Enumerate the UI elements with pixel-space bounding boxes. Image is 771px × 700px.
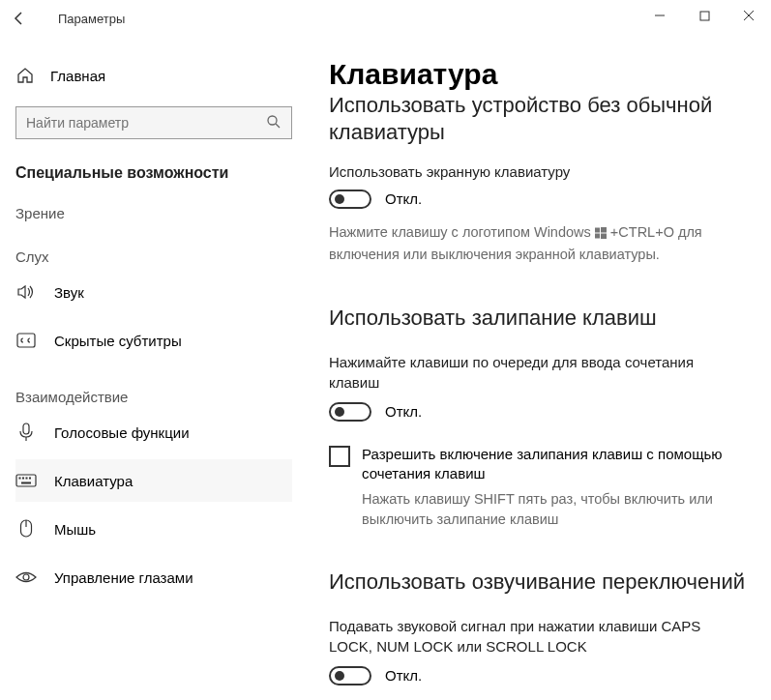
section-title-toggle-keys: Использовать озвучивание переключений	[329, 569, 752, 595]
sticky-shortcut-checkbox[interactable]	[329, 446, 350, 467]
eye-icon	[15, 570, 37, 584]
toggle-keys-toggle[interactable]	[329, 666, 371, 685]
sticky-shortcut-hint: Нажать клавишу SHIFT пять раз, чтобы вкл…	[362, 489, 752, 529]
section-title-osk-cut-bottom: клавиатуры	[329, 120, 752, 145]
nav-item-keyboard[interactable]: Клавиатура	[15, 459, 292, 502]
mouse-icon	[15, 519, 37, 539]
svg-rect-12	[21, 482, 31, 484]
osk-toggle-label: Использовать экранную клавиатуру	[329, 163, 752, 180]
maximize-icon	[699, 11, 710, 21]
nav-group-vision: Зрение	[15, 205, 292, 221]
titlebar: Параметры	[0, 0, 771, 37]
back-button[interactable]	[0, 0, 39, 37]
close-icon	[743, 10, 755, 21]
svg-rect-19	[601, 233, 607, 239]
toggle-keys-desc: Подавать звуковой сигнал при нажатии кла…	[329, 616, 735, 656]
nav-item-sound[interactable]: Звук	[15, 271, 292, 313]
maximize-button[interactable]	[682, 0, 727, 31]
nav-item-label: Управление глазами	[54, 569, 193, 586]
nav-item-label: Скрытые субтитры	[54, 333, 182, 349]
svg-rect-18	[595, 233, 600, 238]
svg-rect-11	[29, 478, 31, 480]
nav-item-eye-control[interactable]: Управление глазами	[15, 556, 292, 598]
nav-item-speech[interactable]: Голосовые функции	[15, 411, 292, 453]
sticky-toggle-state: Откл.	[385, 403, 422, 420]
minimize-icon	[654, 10, 666, 21]
osk-toggle-state: Откл.	[385, 190, 422, 207]
svg-rect-9	[22, 478, 24, 480]
minimize-button[interactable]	[638, 0, 682, 31]
svg-rect-4	[17, 334, 35, 347]
toggle-keys-state: Откл.	[385, 667, 422, 684]
nav-item-mouse[interactable]: Мышь	[15, 508, 292, 550]
sticky-toggle[interactable]	[329, 402, 371, 422]
nav-group-hearing: Слух	[15, 248, 292, 265]
svg-rect-10	[26, 478, 28, 480]
search-box[interactable]	[15, 106, 292, 139]
svg-rect-1	[700, 12, 709, 20]
nav-item-label: Мышь	[54, 521, 96, 538]
nav-item-label: Клавиатура	[54, 473, 133, 489]
home-icon	[15, 67, 35, 84]
main-content: Клавиатура Использовать устройство без о…	[308, 37, 771, 700]
sticky-desc: Нажимайте клавиши по очереди для ввода с…	[329, 352, 735, 393]
arrow-left-icon	[12, 11, 27, 26]
nav-home-label: Главная	[50, 68, 105, 84]
sidebar: Главная Специальные возможности Зрение С…	[0, 37, 308, 700]
mic-icon	[15, 423, 37, 442]
nav-group-interaction: Взаимодействие	[15, 389, 292, 405]
search-input[interactable]	[26, 115, 266, 131]
svg-rect-17	[601, 227, 607, 233]
svg-rect-7	[16, 475, 36, 486]
osk-toggle[interactable]	[329, 190, 371, 209]
search-icon	[266, 114, 282, 132]
nav-item-captions[interactable]: Скрытые субтитры	[15, 319, 292, 362]
window-title: Параметры	[39, 12, 125, 26]
cc-icon	[15, 333, 37, 348]
svg-point-15	[23, 574, 29, 580]
page-title: Клавиатура	[329, 58, 752, 91]
svg-line-3	[276, 124, 280, 128]
keyboard-icon	[15, 474, 37, 487]
svg-rect-5	[23, 423, 29, 434]
sidebar-category: Специальные возможности	[15, 164, 292, 182]
speaker-icon	[15, 283, 37, 301]
window-controls	[638, 0, 771, 31]
svg-rect-8	[19, 478, 21, 480]
section-title-sticky: Использовать залипание клавиш	[329, 306, 752, 331]
nav-item-label: Голосовые функции	[54, 424, 190, 441]
svg-rect-16	[595, 227, 600, 232]
nav-home[interactable]: Главная	[15, 56, 292, 95]
svg-point-2	[268, 116, 277, 125]
osk-hint: Нажмите клавишу с логотипом Windows +CTR…	[329, 222, 726, 265]
section-title-osk-cut-top: Использовать устройство без обычной	[329, 93, 752, 118]
windows-logo-icon	[595, 224, 607, 245]
nav-item-label: Звук	[54, 284, 84, 301]
close-button[interactable]	[727, 0, 771, 31]
sticky-shortcut-label: Разрешить включение залипания клавиш с п…	[362, 445, 729, 484]
